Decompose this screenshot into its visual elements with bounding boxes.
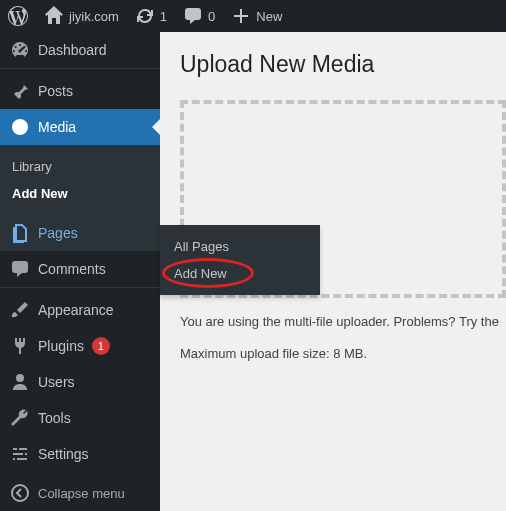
menu-label: Users bbox=[38, 374, 75, 390]
updates-count: 1 bbox=[160, 9, 167, 24]
wp-logo-button[interactable] bbox=[0, 0, 36, 32]
sidebar-item-comments[interactable]: Comments bbox=[0, 251, 160, 287]
admin-toolbar: jiyik.com 1 0 New bbox=[0, 0, 506, 32]
new-label: New bbox=[256, 9, 282, 24]
pages-flyout-menu: All Pages Add New bbox=[160, 225, 320, 295]
page-title: Upload New Media bbox=[180, 42, 506, 82]
sliders-icon bbox=[10, 444, 30, 464]
flyout-item-add-new[interactable]: Add New bbox=[160, 260, 320, 287]
plug-icon bbox=[10, 336, 30, 356]
sidebar-item-users[interactable]: Users bbox=[0, 364, 160, 400]
menu-label: Tools bbox=[38, 410, 71, 426]
comment-icon bbox=[183, 6, 203, 26]
menu-label: Media bbox=[38, 119, 76, 135]
collapse-menu-button[interactable]: Collapse menu bbox=[0, 475, 160, 511]
notice-line-1: You are using the multi-file uploader. P… bbox=[180, 312, 506, 332]
submenu-item-library[interactable]: Library bbox=[0, 153, 160, 180]
sidebar-item-plugins[interactable]: Plugins 1 bbox=[0, 328, 160, 364]
menu-label: Dashboard bbox=[38, 42, 107, 58]
refresh-icon bbox=[135, 6, 155, 26]
sidebar-item-posts[interactable]: Posts bbox=[0, 73, 160, 109]
collapse-label: Collapse menu bbox=[38, 486, 125, 501]
sidebar-item-appearance[interactable]: Appearance bbox=[0, 292, 160, 328]
menu-label: Settings bbox=[38, 446, 89, 462]
uploader-notice: You are using the multi-file uploader. P… bbox=[180, 312, 506, 363]
comments-icon bbox=[10, 259, 30, 279]
sidebar-item-settings[interactable]: Settings bbox=[0, 436, 160, 472]
menu-label: Plugins bbox=[38, 338, 84, 354]
comments-count: 0 bbox=[208, 9, 215, 24]
media-icon bbox=[10, 117, 30, 137]
menu-label: Comments bbox=[38, 261, 106, 277]
pages-icon bbox=[10, 223, 30, 243]
dashboard-icon bbox=[10, 40, 30, 60]
user-icon bbox=[10, 372, 30, 392]
collapse-icon bbox=[10, 483, 30, 503]
plugins-update-badge: 1 bbox=[92, 337, 110, 355]
plus-icon bbox=[231, 6, 251, 26]
new-content-button[interactable]: New bbox=[223, 0, 290, 32]
home-icon bbox=[44, 6, 64, 26]
menu-label: Appearance bbox=[38, 302, 114, 318]
site-home-button[interactable]: jiyik.com bbox=[36, 0, 127, 32]
pin-icon bbox=[10, 81, 30, 101]
media-submenu: Library Add New bbox=[0, 145, 160, 215]
notice-line-2: Maximum upload file size: 8 MB. bbox=[180, 344, 506, 364]
sidebar-item-media[interactable]: Media bbox=[0, 109, 160, 145]
wrench-icon bbox=[10, 408, 30, 428]
svg-point-0 bbox=[12, 485, 28, 501]
flyout-item-all-pages[interactable]: All Pages bbox=[160, 233, 320, 260]
sidebar-item-dashboard[interactable]: Dashboard bbox=[0, 32, 160, 68]
sidebar-item-tools[interactable]: Tools bbox=[0, 400, 160, 436]
admin-sidebar: Dashboard Posts Media Library Add New Pa… bbox=[0, 32, 160, 511]
main-content: Upload New Media You are using the multi… bbox=[180, 32, 506, 375]
menu-label: Posts bbox=[38, 83, 73, 99]
brush-icon bbox=[10, 300, 30, 320]
wordpress-logo-icon bbox=[8, 6, 28, 26]
comments-button[interactable]: 0 bbox=[175, 0, 223, 32]
menu-label: Pages bbox=[38, 225, 78, 241]
site-name-label: jiyik.com bbox=[69, 9, 119, 24]
sidebar-item-pages[interactable]: Pages bbox=[0, 215, 160, 251]
updates-button[interactable]: 1 bbox=[127, 0, 175, 32]
submenu-item-add-new[interactable]: Add New bbox=[0, 180, 160, 207]
